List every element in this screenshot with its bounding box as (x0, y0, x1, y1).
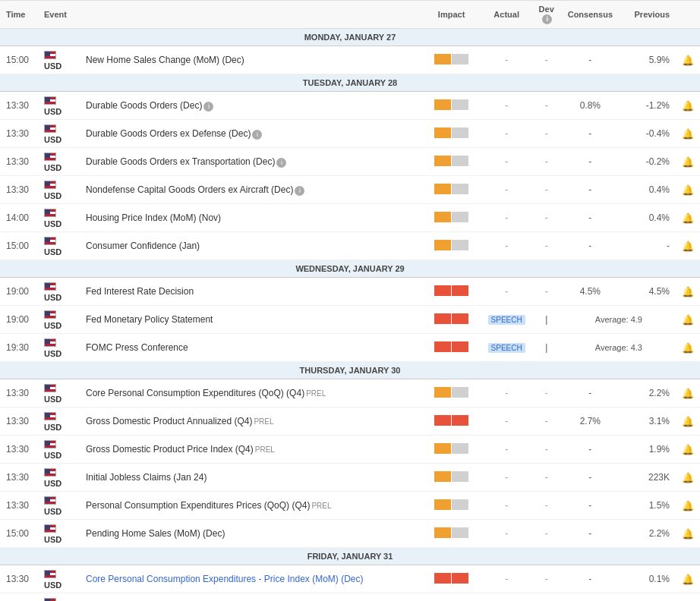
consensus-value: - (588, 55, 591, 65)
alert-cell[interactable]: 🔔 (676, 46, 700, 74)
dev-value: - (545, 212, 548, 223)
flag-us (44, 384, 56, 392)
event-name: Nondefense Capital Goods Orders ex Aircr… (86, 184, 293, 195)
flag-us (44, 181, 56, 189)
previous-cell: 2.8% (619, 593, 676, 602)
impact-cell (421, 436, 482, 464)
event-name: Durable Goods Orders ex Transportation (… (86, 156, 275, 167)
impact-indicator (434, 341, 468, 352)
dev-cell: - (531, 148, 562, 176)
alert-cell[interactable]: 🔔 (676, 92, 700, 120)
currency-label: USD (44, 293, 61, 302)
event-cell: Pending Home Sales (MoM) (Dec) (80, 520, 421, 548)
alert-cell[interactable]: 🔔 (676, 379, 700, 407)
dev-info-icon[interactable]: i (542, 14, 552, 24)
table-row: 19:00 USD Fed Monetary Policy Statement … (0, 306, 700, 334)
currency-label: USD (44, 479, 61, 488)
actual-value: - (505, 55, 508, 65)
event-currency: USD (38, 436, 80, 464)
table-row: 13:30 USD Durable Goods Orders ex Defens… (0, 120, 700, 148)
alert-cell[interactable]: 🔔 (676, 593, 700, 602)
col-header-impact: Impact (421, 1, 482, 29)
alert-bell-inactive[interactable]: 🔔 (682, 314, 694, 326)
prel-tag: PREL (255, 445, 275, 454)
table-row: 13:30 USD Personal Consumption Expenditu… (0, 492, 700, 520)
event-cell: Core Personal Consumption Expenditures -… (80, 565, 421, 593)
dev-value: - (545, 472, 548, 483)
alert-cell[interactable]: 🔔 (676, 120, 700, 148)
consensus-cell: - (562, 464, 619, 492)
impact-indicator (434, 499, 468, 510)
consensus-value: - (588, 444, 591, 455)
event-time: 13:30 (0, 464, 38, 492)
alert-cell[interactable]: 🔔 (676, 464, 700, 492)
event-cell: Consumer Confidence (Jan) (80, 232, 421, 260)
alert-bell-active[interactable]: 🔔 (682, 416, 694, 427)
currency-label: USD (44, 451, 61, 460)
alert-bell-inactive[interactable]: 🔔 (682, 156, 694, 168)
alert-cell[interactable]: 🔔 (676, 278, 700, 306)
alert-bell-inactive[interactable]: 🔔 (682, 528, 694, 540)
alert-cell[interactable]: 🔔 (676, 148, 700, 176)
alert-bell-inactive[interactable]: 🔔 (682, 212, 694, 224)
event-info-icon[interactable]: i (203, 102, 213, 112)
event-info-icon[interactable]: i (295, 186, 304, 196)
event-currency: USD (38, 204, 80, 232)
alert-cell[interactable]: 🔔 (676, 232, 700, 260)
consensus-cell: - (562, 436, 619, 464)
alert-bell-inactive[interactable]: 🔔 (682, 241, 694, 252)
event-link[interactable]: Core Personal Consumption Expenditures -… (86, 574, 363, 584)
impact-cell (421, 92, 482, 120)
event-time: 15:00 (0, 46, 38, 74)
alert-bell-inactive[interactable]: 🔔 (682, 500, 694, 511)
alert-bell-active[interactable]: 🔔 (682, 184, 694, 196)
alert-cell[interactable]: 🔔 (676, 407, 700, 436)
flag-us (44, 209, 56, 217)
alert-cell[interactable]: 🔔 (676, 334, 700, 362)
alert-bell-inactive[interactable]: 🔔 (682, 342, 694, 354)
actual-value: - (505, 528, 508, 539)
event-cell: Fed Interest Rate Decision (80, 278, 421, 306)
dev-cell: - (531, 520, 562, 548)
alert-cell[interactable]: 🔔 (676, 565, 700, 593)
dev-cell: - (531, 436, 562, 464)
alert-bell-active[interactable]: 🔔 (682, 472, 694, 483)
alert-bell-inactive[interactable]: 🔔 (682, 100, 694, 112)
actual-cell: - (482, 148, 531, 176)
currency-label: USD (44, 507, 61, 516)
table-row: 13:30 USD Gross Domestic Product Annuali… (0, 407, 700, 436)
alert-cell[interactable]: 🔔 (676, 492, 700, 520)
alert-bell-inactive[interactable]: 🔔 (682, 388, 694, 399)
alert-bell-inactive[interactable]: 🔔 (682, 444, 694, 455)
alert-cell[interactable]: 🔔 (676, 306, 700, 334)
alert-cell[interactable]: 🔔 (676, 204, 700, 232)
event-currency: USD (38, 593, 80, 602)
alert-cell[interactable]: 🔔 (676, 436, 700, 464)
flag-us (44, 496, 56, 505)
alert-bell-inactive[interactable]: 🔔 (682, 574, 694, 585)
event-info-icon[interactable]: i (252, 130, 262, 140)
alert-bell-inactive[interactable]: 🔔 (682, 128, 694, 140)
alert-bell-active[interactable]: 🔔 (682, 286, 694, 297)
actual-value: - (505, 416, 508, 426)
impact-indicator (434, 527, 468, 538)
alert-cell[interactable]: 🔔 (676, 520, 700, 548)
col-header-consensus: Consensus (562, 1, 619, 29)
day-header: MONDAY, JANUARY 27 (0, 29, 700, 46)
day-header: WEDNESDAY, JANUARY 29 (0, 260, 700, 278)
previous-value: 2.2% (649, 388, 670, 398)
actual-value: - (505, 212, 508, 223)
event-name: FOMC Press Conference (86, 342, 188, 353)
event-info-icon[interactable]: i (276, 158, 286, 168)
currency-label: USD (44, 135, 61, 144)
impact-cell (421, 120, 482, 148)
event-currency: USD (38, 232, 80, 260)
consensus-value: - (588, 184, 591, 195)
actual-cell: - (482, 232, 531, 260)
dev-cell: - (531, 492, 562, 520)
alert-cell[interactable]: 🔔 (676, 176, 700, 204)
dev-cell: - (531, 120, 562, 148)
alert-bell-inactive[interactable]: 🔔 (682, 55, 694, 66)
previous-value: 223K (648, 472, 670, 483)
event-cell: Gross Domestic Product Price Index (Q4)P… (80, 436, 421, 464)
